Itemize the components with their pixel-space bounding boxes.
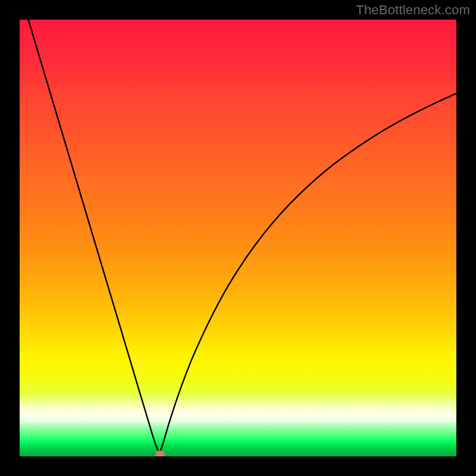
plot-area: [20, 20, 456, 456]
watermark-text: TheBottleneck.com: [356, 2, 470, 18]
bottleneck-curve: [20, 20, 456, 456]
optimum-marker: [155, 450, 165, 456]
chart-frame: TheBottleneck.com: [0, 0, 476, 476]
